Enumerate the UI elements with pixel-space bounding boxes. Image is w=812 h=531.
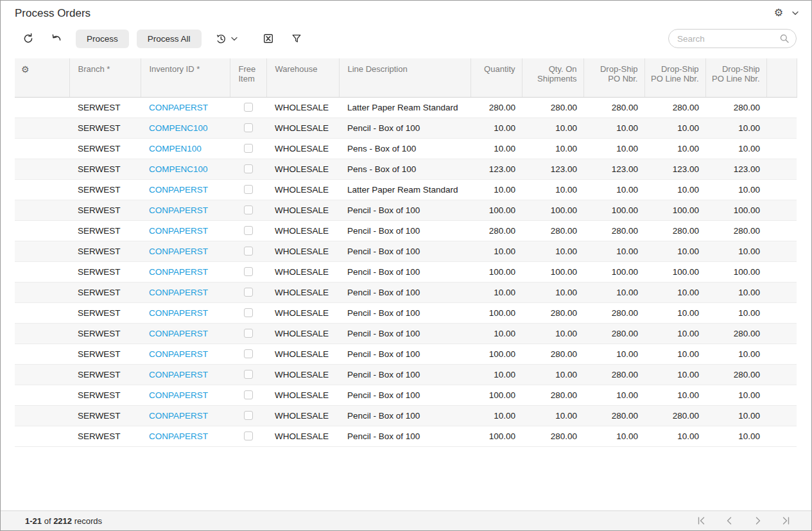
cell-drop-ship-po-line-nbr: 10.00 (644, 138, 705, 159)
cell-quantity: 100.00 (471, 261, 522, 282)
inventory-id-link[interactable]: CONPAPERST (149, 349, 208, 359)
inventory-id-link[interactable]: CONPAPERST (149, 390, 208, 400)
schedule-icon[interactable] (214, 32, 227, 45)
inventory-id-link[interactable]: CONPAPERST (149, 185, 208, 195)
refresh-icon[interactable] (22, 32, 35, 45)
column-header-free-item[interactable]: Free Item (230, 58, 266, 97)
export-excel-icon[interactable] (262, 32, 275, 45)
cell-row-selector (15, 364, 69, 385)
table-row[interactable]: SERWEST CONPAPERST WHOLESALE Latter Pape… (15, 179, 797, 200)
pager (696, 516, 791, 525)
grid-gear-icon[interactable]: ⚙ (21, 64, 30, 74)
chevron-down-icon[interactable] (792, 11, 799, 15)
cell-inventory-id: CONPAPERST (141, 97, 230, 118)
column-header-drop-ship-po-line-nbr-2[interactable]: Drop-Ship PO Line Nbr. (705, 58, 766, 97)
free-item-checkbox[interactable] (244, 431, 253, 440)
column-header-drop-ship-po-line-nbr[interactable]: Drop-Ship PO Line Nbr. (644, 58, 705, 97)
inventory-id-link[interactable]: CONPAPERST (149, 370, 208, 379)
cell-qty-on-shipments: 10.00 (522, 282, 583, 302)
inventory-id-link[interactable]: CONPAPERST (149, 226, 208, 236)
table-row[interactable]: SERWEST CONPAPERST WHOLESALE Latter Pape… (15, 97, 797, 118)
cell-branch: SERWEST (69, 179, 141, 200)
inventory-id-link[interactable]: COMPENC100 (149, 164, 208, 174)
free-item-checkbox[interactable] (244, 185, 253, 194)
inventory-id-link[interactable]: CONPAPERST (149, 288, 208, 297)
column-header-line-description[interactable]: Line Description (339, 58, 471, 97)
column-header-quantity[interactable]: Quantity (471, 58, 522, 97)
free-item-checkbox[interactable] (244, 411, 253, 420)
free-item-checkbox[interactable] (244, 123, 253, 132)
free-item-checkbox[interactable] (244, 349, 253, 358)
settings-gear-icon[interactable]: ⚙ (774, 8, 783, 18)
free-item-checkbox[interactable] (244, 144, 253, 153)
table-row[interactable]: SERWEST CONPAPERST WHOLESALE Pencil - Bo… (15, 426, 797, 446)
free-item-checkbox[interactable] (244, 288, 253, 297)
inventory-id-link[interactable]: CONPAPERST (149, 247, 208, 256)
cell-warehouse: WHOLESALE (266, 302, 339, 323)
process-all-button[interactable]: Process All (137, 30, 202, 48)
cell-quantity: 10.00 (471, 179, 522, 200)
table-row[interactable]: SERWEST CONPAPERST WHOLESALE Pencil - Bo… (15, 405, 797, 426)
inventory-id-link[interactable]: CONPAPERST (149, 103, 208, 112)
free-item-checkbox[interactable] (244, 226, 253, 235)
table-row[interactable]: SERWEST COMPEN100 WHOLESALE Pens - Box o… (15, 138, 797, 159)
inventory-id-link[interactable]: CONPAPERST (149, 308, 208, 318)
undo-icon[interactable] (50, 32, 63, 45)
inventory-id-link[interactable]: CONPAPERST (149, 411, 208, 421)
column-config-header[interactable]: ⚙ (15, 58, 69, 97)
inventory-id-link[interactable]: CONPAPERST (149, 431, 208, 441)
last-page-button[interactable] (781, 516, 791, 525)
table-row[interactable]: SERWEST CONPAPERST WHOLESALE Pencil - Bo… (15, 385, 797, 405)
inventory-id-link[interactable]: CONPAPERST (149, 329, 208, 338)
inventory-id-link[interactable]: CONPAPERST (149, 267, 208, 277)
free-item-checkbox[interactable] (244, 308, 253, 317)
cell-qty-on-shipments: 10.00 (522, 179, 583, 200)
inventory-id-link[interactable]: COMPEN100 (149, 144, 202, 153)
table-row[interactable]: SERWEST CONPAPERST WHOLESALE Pencil - Bo… (15, 344, 797, 364)
table-row[interactable]: SERWEST CONPAPERST WHOLESALE Pencil - Bo… (15, 241, 797, 261)
filter-icon[interactable] (290, 32, 303, 45)
prev-page-button[interactable] (725, 516, 734, 525)
first-page-button[interactable] (696, 516, 706, 525)
free-item-checkbox[interactable] (244, 370, 253, 379)
free-item-checkbox[interactable] (244, 267, 253, 276)
cell-drop-ship-po-nbr: 100.00 (583, 200, 644, 220)
cell-drop-ship-po-line-nbr: 280.00 (644, 97, 705, 118)
table-row[interactable]: SERWEST CONPAPERST WHOLESALE Pencil - Bo… (15, 200, 797, 220)
cell-free-item (230, 302, 266, 323)
column-header-drop-ship-po-nbr[interactable]: Drop-Ship PO Nbr. (583, 58, 644, 97)
free-item-checkbox[interactable] (244, 247, 253, 256)
table-row[interactable]: SERWEST CONPAPERST WHOLESALE Pencil - Bo… (15, 323, 797, 344)
table-row[interactable]: SERWEST CONPAPERST WHOLESALE Pencil - Bo… (15, 302, 797, 323)
process-button[interactable]: Process (76, 30, 129, 48)
table-row[interactable]: SERWEST CONPAPERST WHOLESALE Pencil - Bo… (15, 282, 797, 302)
cell-row-selector (15, 220, 69, 241)
free-item-checkbox[interactable] (244, 329, 253, 338)
table-row[interactable]: SERWEST CONPAPERST WHOLESALE Pencil - Bo… (15, 220, 797, 241)
inventory-id-link[interactable]: COMPENC100 (149, 123, 208, 133)
column-header-inventory-id[interactable]: Inventory ID * (141, 58, 230, 97)
cell-spacer (766, 385, 797, 405)
cell-drop-ship-po-line-nbr-2: 280.00 (705, 97, 766, 118)
free-item-checkbox[interactable] (244, 390, 253, 399)
cell-inventory-id: CONPAPERST (141, 302, 230, 323)
cell-spacer (766, 138, 797, 159)
column-header-branch[interactable]: Branch * (69, 58, 141, 97)
cell-free-item (230, 118, 266, 138)
inventory-id-link[interactable]: CONPAPERST (149, 205, 208, 215)
search-input[interactable] (668, 29, 797, 48)
free-item-checkbox[interactable] (244, 103, 253, 112)
free-item-checkbox[interactable] (244, 205, 253, 214)
column-header-qty-on-shipments[interactable]: Qty. On Shipments (522, 58, 583, 97)
cell-qty-on-shipments: 10.00 (522, 364, 583, 385)
table-row[interactable]: SERWEST CONPAPERST WHOLESALE Pencil - Bo… (15, 364, 797, 385)
cell-line-description: Pencil - Box of 100 (339, 282, 471, 302)
table-row[interactable]: SERWEST COMPENC100 WHOLESALE Pencil - Bo… (15, 118, 797, 138)
column-header-warehouse[interactable]: Warehouse (266, 58, 339, 97)
next-page-button[interactable] (753, 516, 763, 525)
grid: ⚙ Branch * Inventory ID * Free Item Ware… (15, 58, 811, 447)
table-row[interactable]: SERWEST COMPENC100 WHOLESALE Pens - Box … (15, 159, 797, 179)
free-item-checkbox[interactable] (244, 164, 253, 173)
schedule-chevron-down-icon[interactable] (231, 37, 238, 41)
table-row[interactable]: SERWEST CONPAPERST WHOLESALE Pencil - Bo… (15, 261, 797, 282)
